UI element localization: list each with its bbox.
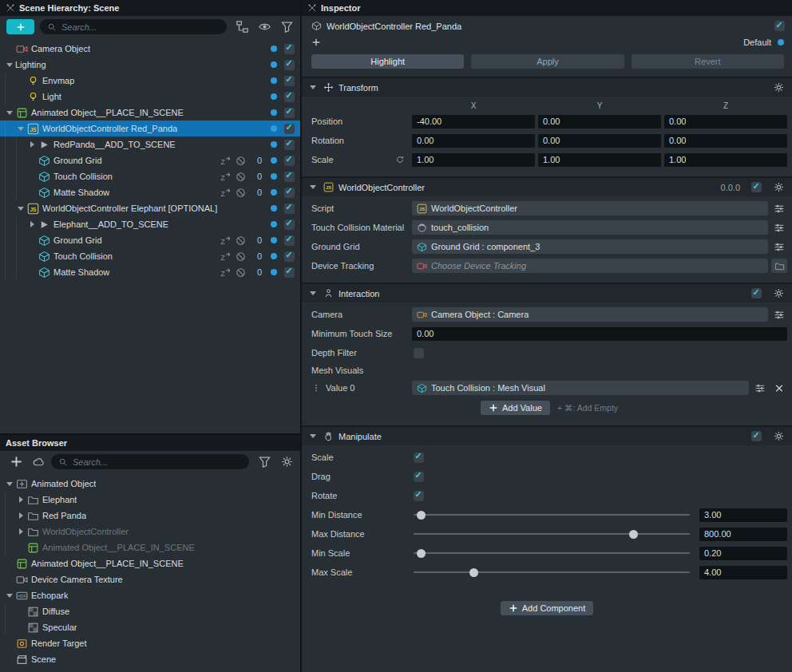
gear-icon[interactable] [773, 181, 785, 193]
highlight-button[interactable]: Highlight [311, 54, 464, 69]
scale-y-input[interactable] [538, 153, 661, 167]
scene-row-touch-collision[interactable]: Touch CollisionZ0 [0, 168, 300, 184]
touch-collision-material-value[interactable]: touch_collision [412, 220, 768, 235]
add-object-button[interactable] [6, 19, 34, 34]
enabled-checkbox[interactable] [284, 172, 295, 182]
max-distance-input[interactable] [699, 528, 787, 541]
depth-filter-checkbox[interactable] [414, 348, 424, 358]
asset-row-animated-object[interactable]: Animated Object [0, 476, 300, 492]
rotation-z-input[interactable] [664, 134, 787, 148]
chevron-down-icon[interactable] [16, 204, 26, 214]
render-layer-icon[interactable]: Z [220, 251, 232, 263]
enabled-checkbox[interactable] [284, 235, 295, 246]
enabled-checkbox[interactable] [284, 44, 295, 54]
connections-icon[interactable] [752, 382, 768, 394]
enabled-checkbox[interactable] [284, 124, 295, 134]
hierarchy-view-icon[interactable] [236, 20, 249, 34]
asset-row-animated-object-place-in-scene[interactable]: Animated Object__PLACE_IN_SCENE [0, 555, 300, 571]
slider-handle[interactable] [417, 549, 426, 558]
scene-row-ground-grid[interactable]: Ground GridZ0 [0, 232, 300, 248]
scene-row-light[interactable]: Light [0, 89, 300, 105]
component-enabled-checkbox[interactable] [751, 182, 762, 192]
render-layer-icon[interactable]: Z [220, 187, 232, 199]
chevron-right-icon[interactable] [16, 511, 26, 521]
slider-handle[interactable] [629, 530, 638, 539]
chevron-right-icon[interactable] [16, 495, 26, 505]
enabled-checkbox[interactable] [284, 92, 295, 102]
scene-row-redpanda-add-to-scene[interactable]: RedPanda__ADD_TO_SCENE [0, 136, 300, 152]
scene-row-matte-shadow[interactable]: Matte ShadowZ0 [0, 184, 300, 200]
remove-icon[interactable] [771, 382, 787, 394]
enabled-checkbox[interactable] [284, 204, 295, 214]
chevron-right-icon[interactable] [27, 219, 38, 230]
asset-row-diffuse[interactable]: Diffuse [0, 603, 300, 619]
chevron-right-icon[interactable] [27, 140, 38, 150]
scene-search-input[interactable] [61, 22, 220, 32]
chevron-down-icon[interactable] [5, 60, 15, 70]
scene-row-matte-shadow[interactable]: Matte ShadowZ0 [0, 264, 300, 280]
chevron-down-icon[interactable] [308, 82, 319, 93]
max-scale-slider[interactable] [412, 565, 691, 579]
scene-row-animated-object-place-in-scene[interactable]: Animated Object__PLACE_IN_SCENE [0, 105, 300, 121]
min-scale-input[interactable] [699, 547, 787, 560]
filter-icon[interactable] [258, 455, 271, 468]
no-collision-icon[interactable] [235, 187, 247, 199]
chevron-down-icon[interactable] [5, 479, 15, 489]
connections-icon[interactable] [771, 203, 787, 215]
add-value-button[interactable]: Add Value [481, 401, 550, 415]
object-enabled-checkbox[interactable] [774, 21, 785, 31]
asset-row-worldobjectcontroller[interactable]: WorldObjectController [0, 524, 300, 540]
chevron-down-icon[interactable] [16, 124, 26, 134]
no-collision-icon[interactable] [235, 235, 247, 247]
enabled-checkbox[interactable] [284, 251, 295, 262]
device-tracking-value[interactable]: Choose Device Tracking [412, 259, 768, 273]
scene-search-box[interactable] [40, 19, 227, 34]
max-distance-slider[interactable] [412, 527, 691, 541]
no-collision-icon[interactable] [235, 251, 247, 263]
component-enabled-checkbox[interactable] [751, 288, 762, 298]
no-collision-icon[interactable] [235, 155, 247, 167]
connections-icon[interactable] [771, 309, 787, 321]
drag-checkbox[interactable] [414, 472, 424, 482]
script-value[interactable]: JSWorldObjectController [412, 201, 768, 215]
render-layer-icon[interactable]: Z [220, 171, 232, 183]
asset-row-red-panda[interactable]: Red Panda [0, 508, 300, 524]
add-asset-icon[interactable] [10, 455, 23, 468]
asset-row-echopark[interactable]: HDREchopark [0, 587, 300, 603]
visibility-toggle-icon[interactable] [258, 20, 271, 34]
scene-row-worldobjectcontroller-elephant-optional[interactable]: JSWorldObjectController Elephant [OPTION… [0, 200, 300, 216]
connections-icon[interactable] [771, 222, 787, 234]
scene-row-worldobjectcontroller-red-panda[interactable]: JSWorldObjectController Red_Panda [0, 121, 300, 136]
rotation-y-input[interactable] [538, 134, 661, 148]
min-distance-input[interactable] [699, 508, 787, 522]
min-touch-input[interactable] [412, 327, 787, 341]
enabled-checkbox[interactable] [284, 76, 295, 86]
asset-row-animated-object-place-in-scene[interactable]: Animated Object__PLACE_IN_SCENE [0, 540, 300, 555]
max-scale-input[interactable] [699, 566, 787, 579]
drag-handle-icon[interactable] [311, 383, 321, 393]
asset-search-box[interactable] [51, 454, 249, 469]
scene-row-envmap[interactable]: Envmap [0, 73, 300, 89]
enabled-checkbox[interactable] [284, 219, 295, 230]
add-component-plus-button[interactable] [311, 36, 326, 49]
position-y-input[interactable] [538, 115, 661, 128]
gear-icon[interactable] [773, 287, 785, 299]
min-scale-slider[interactable] [412, 546, 691, 560]
asset-row-elephant[interactable]: Elephant [0, 492, 300, 508]
component-enabled-checkbox[interactable] [751, 431, 762, 441]
enabled-checkbox[interactable] [284, 156, 295, 166]
scene-row-ground-grid[interactable]: Ground GridZ0 [0, 152, 300, 168]
chevron-down-icon[interactable] [5, 591, 15, 601]
asset-row-device-camera-texture[interactable]: Device Camera Texture [0, 571, 300, 587]
asset-row-scene[interactable]: Scene [0, 651, 300, 667]
filter-icon[interactable] [280, 20, 294, 34]
reset-scale-icon[interactable] [395, 155, 405, 164]
asset-row-render-target[interactable]: Render Target [0, 635, 300, 651]
gear-icon[interactable] [773, 81, 785, 93]
scene-row-camera-object[interactable]: Camera Object [0, 41, 300, 57]
rotate-checkbox[interactable] [414, 491, 424, 501]
position-x-input[interactable] [412, 115, 535, 128]
rotation-x-input[interactable] [412, 134, 535, 148]
apply-button[interactable]: Apply [471, 54, 624, 69]
enabled-checkbox[interactable] [284, 108, 295, 118]
